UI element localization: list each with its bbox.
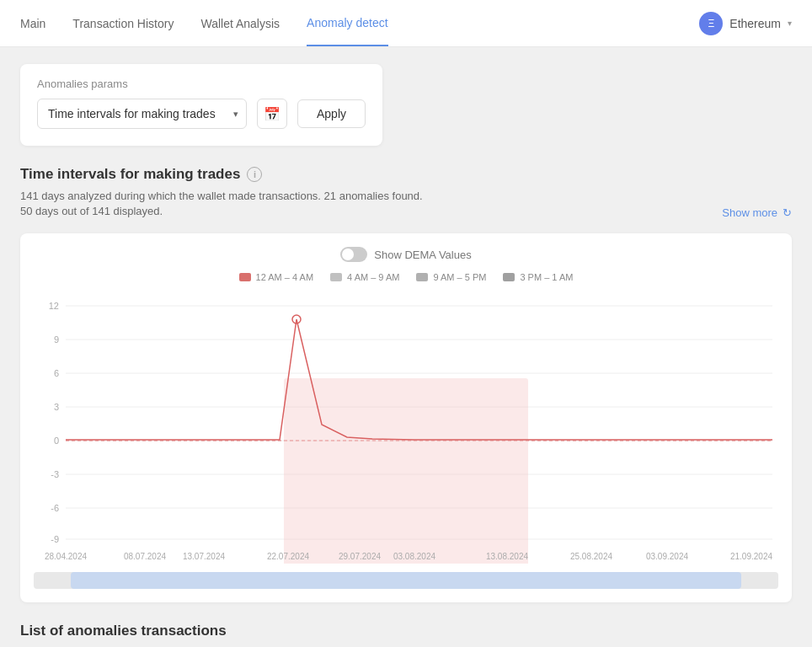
params-select-wrapper: Time intervals for making trades Transac… [37,99,247,129]
params-select[interactable]: Time intervals for making trades Transac… [37,99,247,129]
legend-label-1: 4 AM – 9 AM [347,272,399,282]
dema-toggle[interactable] [340,247,367,262]
nav-link-anomaly-detect[interactable]: Anomaly detect [307,1,388,46]
chart-top: Show DEMA Values [34,247,778,262]
svg-text:-9: -9 [51,534,59,544]
refresh-icon: ↻ [783,206,792,219]
section-title: Time intervals for making trades i [20,166,792,183]
params-label: Anomalies params [37,78,366,90]
legend-item-0: 12 AM – 4 AM [239,272,313,282]
legend-item-1: 4 AM – 9 AM [330,272,399,282]
legend-label-3: 3 PM – 1 AM [520,272,573,282]
chart-scrollbar[interactable] [34,572,778,589]
svg-text:6: 6 [54,368,59,378]
chart-legend: 12 AM – 4 AM 4 AM – 9 AM 9 AM – 5 PM 3 P… [34,272,778,282]
svg-text:13.08.2024: 13.08.2024 [486,552,528,561]
svg-text:29.07.2024: 29.07.2024 [339,552,381,561]
analysis-line2: 50 days out of 141 displayed. [20,205,163,217]
svg-rect-17 [284,378,528,564]
svg-text:0: 0 [54,436,59,446]
apply-button[interactable]: Apply [297,99,366,128]
legend-label-0: 12 AM – 4 AM [256,272,313,282]
analysis-line1: 141 days analyzed during which the walle… [20,190,792,202]
chevron-down-icon: ▾ [788,19,792,28]
nav-right: Ξ Ethereum ▾ [699,12,792,35]
legend-item-3: 3 PM – 1 AM [503,272,573,282]
chart-svg[interactable]: 12 9 6 3 0 -3 -6 -9 [34,294,778,564]
section-title-text: Time intervals for making trades [20,166,240,183]
svg-text:03.08.2024: 03.08.2024 [393,552,435,561]
legend-dot-2 [416,273,428,281]
svg-text:22.07.2024: 22.07.2024 [267,552,309,561]
svg-text:9: 9 [54,334,59,345]
network-label: Ethereum [729,17,781,30]
calendar-button[interactable]: 📅 [257,99,287,129]
legend-item-2: 9 AM – 5 PM [416,272,486,282]
svg-text:03.09.2024: 03.09.2024 [646,552,688,561]
svg-text:-3: -3 [51,469,59,479]
network-selector[interactable]: Ξ Ethereum ▾ [699,12,792,35]
svg-text:-6: -6 [51,503,59,513]
chart-container: Show DEMA Values 12 AM – 4 AM 4 AM – 9 A… [20,233,792,602]
legend-dot-1 [330,273,342,281]
show-more-label: Show more [722,206,777,219]
display-row: 50 days out of 141 displayed. Show more … [20,205,792,220]
nav-link-transaction-history[interactable]: Transaction History [72,2,174,45]
svg-text:28.04.2024: 28.04.2024 [45,552,87,561]
nav-links: Main Transaction History Wallet Analysis… [20,1,699,46]
navigation: Main Transaction History Wallet Analysis… [0,0,812,47]
svg-text:21.09.2024: 21.09.2024 [730,552,772,561]
chart-scrollbar-thumb [71,572,741,589]
calendar-icon: 📅 [264,106,280,122]
main-content: Anomalies params Time intervals for maki… [0,47,812,647]
list-section-title: List of anomalies transactions [20,623,792,639]
show-more-button[interactable]: Show more ↻ [722,206,792,219]
svg-text:12: 12 [49,301,59,311]
dema-toggle-label: Show DEMA Values [374,249,471,261]
eth-icon: Ξ [699,12,723,35]
nav-link-wallet-analysis[interactable]: Wallet Analysis [200,2,280,45]
svg-text:13.07.2024: 13.07.2024 [183,552,225,561]
nav-link-main[interactable]: Main [20,2,45,45]
svg-text:08.07.2024: 08.07.2024 [124,552,166,561]
params-row: Time intervals for making trades Transac… [37,99,366,129]
chart-svg-wrapper: 12 9 6 3 0 -3 -6 -9 [34,294,778,567]
legend-label-2: 9 AM – 5 PM [433,272,486,282]
legend-dot-0 [239,273,251,281]
legend-dot-3 [503,273,515,281]
svg-text:25.08.2024: 25.08.2024 [570,552,612,561]
info-icon[interactable]: i [247,167,262,182]
svg-text:3: 3 [54,402,59,412]
params-panel: Anomalies params Time intervals for maki… [20,64,382,146]
